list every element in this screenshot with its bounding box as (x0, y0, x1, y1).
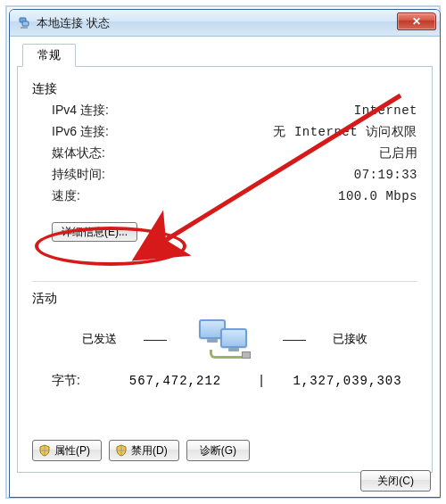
activity-group-title: 活动 (32, 291, 417, 307)
bytes-received: 1,327,039,303 (277, 374, 417, 388)
close-icon: ✕ (412, 15, 421, 28)
titlebar: 本地连接 状态 ✕ (10, 10, 440, 37)
label-ipv6: IPv6 连接: (52, 124, 109, 140)
bytes-sep: | (245, 373, 277, 387)
label-ipv4: IPv4 连接: (52, 103, 109, 119)
tab-strip: 常规 (17, 44, 433, 67)
shield-icon (38, 444, 51, 457)
row-duration: 持续时间: 07:19:33 (52, 167, 417, 183)
bytes-sent: 567,472,212 (105, 374, 245, 388)
disable-label: 禁用(D) (131, 443, 168, 459)
value-speed: 100.0 Mbps (338, 189, 417, 203)
diagnose-label: 诊断(G) (200, 443, 236, 459)
disable-button[interactable]: 禁用(D) (109, 440, 179, 461)
tab-panel-general: 连接 IPv4 连接: Internet IPv6 连接: 无 Internet… (17, 66, 433, 473)
close-label: 关闭(C) (377, 474, 414, 489)
diagnose-button[interactable]: 诊断(G) (186, 440, 250, 461)
dash-left: —— (144, 333, 167, 346)
details-button-label: 详细信息(E)... (62, 226, 128, 238)
activity-header: 已发送 —— —— 已接收 (32, 318, 417, 360)
row-ipv4: IPv4 连接: Internet (52, 103, 417, 119)
value-media-state: 已启用 (379, 145, 418, 161)
dash-right: —— (283, 333, 306, 346)
dialog-footer: 关闭(C) (360, 470, 431, 492)
tab-label: 常规 (37, 48, 61, 62)
row-speed: 速度: 100.0 Mbps (52, 188, 417, 204)
value-ipv6: 无 Internet 访问权限 (273, 124, 417, 140)
client-area: 常规 连接 IPv4 连接: Internet IPv6 连接: 无 Inter… (10, 37, 440, 497)
properties-button[interactable]: 属性(P) (32, 440, 102, 461)
row-media-state: 媒体状态: 已启用 (52, 145, 417, 161)
row-ipv6: IPv6 连接: 无 Internet 访问权限 (52, 124, 417, 140)
value-ipv4: Internet (354, 103, 417, 118)
group-separator (32, 281, 417, 282)
close-window-button[interactable]: ✕ (397, 12, 436, 30)
status-window: 本地连接 状态 ✕ 常规 连接 IPv4 连接: Internet IPv6 连… (9, 9, 441, 498)
activity-group: 活动 已发送 —— —— 已接收 字节: 567,472,212 (32, 291, 417, 389)
bytes-label: 字节: (52, 373, 105, 389)
network-activity-icon (194, 318, 256, 360)
label-duration: 持续时间: (52, 167, 105, 183)
bytes-row: 字节: 567,472,212 | 1,327,039,303 (52, 373, 417, 389)
properties-label: 属性(P) (54, 443, 90, 459)
sent-label: 已发送 (82, 331, 117, 347)
svg-rect-1 (22, 21, 29, 26)
details-button[interactable]: 详细信息(E)... (52, 222, 137, 242)
value-duration: 07:19:33 (354, 168, 417, 182)
action-buttons: 属性(P) 禁用(D) 诊断(G) (32, 440, 250, 461)
label-media-state: 媒体状态: (52, 145, 105, 161)
svg-rect-2 (21, 27, 28, 29)
outer-frame: 本地连接 状态 ✕ 常规 连接 IPv4 连接: Internet IPv6 连… (5, 5, 441, 499)
shield-icon (115, 444, 128, 457)
close-button[interactable]: 关闭(C) (360, 470, 431, 492)
tab-general[interactable]: 常规 (22, 44, 76, 67)
network-connection-icon (17, 16, 31, 30)
connection-group-title: 连接 (32, 81, 417, 97)
window-title: 本地连接 状态 (37, 15, 110, 31)
label-speed: 速度: (52, 188, 80, 204)
received-label: 已接收 (333, 331, 368, 347)
